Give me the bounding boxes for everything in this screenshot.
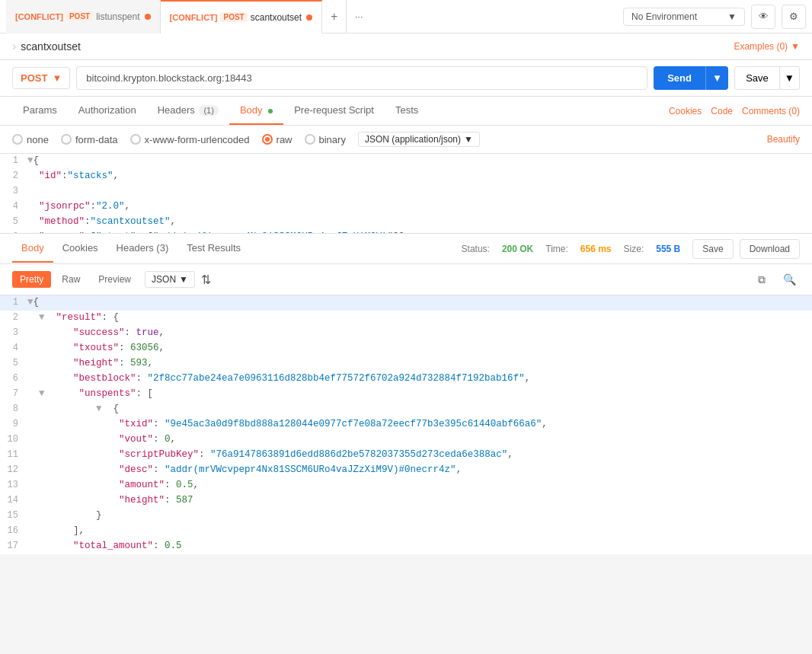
tab-prerequest[interactable]: Pre-request Script — [283, 97, 385, 125]
resp-line: 15 } — [0, 509, 812, 524]
save-arrow-icon: ▼ — [785, 72, 794, 84]
preview-view-button[interactable]: Preview — [91, 271, 139, 288]
sort-icon[interactable]: ⇅ — [201, 273, 211, 287]
eye-icon: 👁 — [759, 11, 769, 22]
method-badge-1: POST — [66, 11, 93, 21]
option-binary[interactable]: binary — [305, 134, 346, 145]
plus-icon: + — [331, 10, 337, 24]
option-form-data[interactable]: form-data — [61, 134, 118, 145]
environment-selector[interactable]: No Environment ▼ — [623, 8, 745, 26]
resp-tab-body[interactable]: Body — [12, 234, 53, 263]
examples-link[interactable]: Examples (0) ▼ — [734, 41, 800, 52]
examples-arrow-icon: ▼ — [791, 41, 800, 52]
tab-dot-2 — [306, 14, 312, 21]
tab-name-2: scantxoutset — [251, 12, 302, 23]
code-link[interactable]: Code — [711, 106, 733, 116]
save-button[interactable]: Save — [734, 66, 780, 90]
conflict-badge-2: [CONFLICT] — [170, 13, 218, 22]
save-button-group: Save ▼ — [734, 66, 800, 90]
tab-name-1: listunspent — [96, 11, 139, 22]
radio-formdata — [61, 134, 72, 145]
settings-button[interactable]: ⚙ — [782, 5, 806, 29]
option-urlencoded[interactable]: x-www-form-urlencoded — [130, 134, 250, 145]
time-label: Time: — [545, 244, 568, 254]
resp-line: 10 "vout": 0, — [0, 432, 812, 448]
pretty-view-button[interactable]: Pretty — [12, 271, 51, 288]
resp-line: 14 "height": 587 — [0, 493, 812, 509]
code-line: 3 — [0, 184, 812, 199]
tab-tests[interactable]: Tests — [385, 97, 429, 125]
tab-params[interactable]: Params — [12, 97, 68, 125]
resp-line: 3 "success": true, — [0, 326, 812, 341]
resp-json-label: JSON — [152, 274, 176, 285]
search-response-button[interactable]: 🔍 — [778, 269, 800, 290]
method-badge-2: POST — [220, 12, 247, 22]
json-format-selector[interactable]: JSON (application/json) ▼ — [358, 132, 480, 147]
resp-line: 4 "txouts": 63056, — [0, 341, 812, 356]
body-dot — [268, 109, 273, 113]
resp-tab-headers[interactable]: Headers (3) — [107, 234, 178, 263]
breadcrumb-title-text: scantxoutset — [21, 40, 81, 53]
raw-view-button[interactable]: Raw — [54, 271, 88, 288]
breadcrumb-bar: › scantxoutset Examples (0) ▼ — [0, 33, 812, 60]
code-line: 2 "id":"stacks", — [0, 169, 812, 184]
resp-line: 9 "txid": "9e45ac3a0d9f8bd888a128044e097… — [0, 417, 812, 432]
tab-listunspent[interactable]: [CONFLICT] POST listunspent — [6, 0, 161, 33]
status-label: Status: — [462, 244, 490, 254]
search-icon: 🔍 — [783, 273, 796, 286]
body-options-bar: none form-data x-www-form-urlencoded raw… — [0, 126, 812, 154]
tab-headers[interactable]: Headers (1) — [147, 97, 229, 125]
response-body-code: 1 ▼{ 2 ▼ "result": { 3 "success": true, … — [0, 295, 812, 554]
save-dropdown-button[interactable]: ▼ — [780, 66, 800, 90]
request-bar: POST ▼ Send ▼ Save ▼ — [0, 60, 812, 97]
send-button[interactable]: Send — [654, 66, 705, 90]
tab-authorization[interactable]: Authorization — [68, 97, 147, 125]
eye-button[interactable]: 👁 — [751, 5, 775, 29]
resp-line: 8 ▼ { — [0, 402, 812, 417]
resp-line: 1 ▼{ — [0, 295, 812, 311]
resp-tab-test-results[interactable]: Test Results — [177, 234, 250, 263]
cookies-link[interactable]: Cookies — [669, 106, 702, 116]
code-line: 4 "jsonrpc":"2.0", — [0, 199, 812, 215]
size-label: Size: — [624, 244, 644, 254]
breadcrumb-arrow: › — [12, 40, 16, 53]
resp-json-format-selector[interactable]: JSON ▼ — [145, 271, 195, 288]
breadcrumb: › scantxoutset — [12, 40, 81, 53]
option-raw[interactable]: raw — [262, 134, 293, 145]
resp-line: 5 "height": 593, — [0, 356, 812, 372]
tab-scantxoutset[interactable]: [CONFLICT] POST scantxoutset — [161, 0, 323, 33]
save-download-buttons: Save Download — [692, 239, 800, 259]
top-bar: [CONFLICT] POST listunspent [CONFLICT] P… — [0, 0, 812, 33]
request-body-editor[interactable]: 1 ▼{ 2 "id":"stacks", 3 4 "jsonrpc":"2.0… — [0, 154, 812, 234]
env-label: No Environment — [631, 11, 697, 22]
json-format-arrow: ▼ — [464, 134, 473, 145]
resp-line: 16 ], — [0, 524, 812, 539]
response-section: Body Cookies Headers (3) Test Results St… — [0, 234, 812, 554]
time-value: 656 ms — [580, 244, 612, 254]
resp-line: 13 "amount": 0.5, — [0, 478, 812, 493]
response-download-button[interactable]: Download — [740, 239, 800, 259]
resp-line: 2 ▼ "result": { — [0, 311, 812, 326]
comments-link[interactable]: Comments (0) — [742, 106, 800, 116]
tab-body[interactable]: Body — [229, 97, 283, 125]
new-tab-button[interactable]: + — [322, 0, 347, 33]
resp-tab-cookies[interactable]: Cookies — [53, 234, 107, 263]
copy-response-button[interactable]: ⧉ — [751, 269, 772, 290]
response-save-button[interactable]: Save — [692, 239, 733, 259]
method-dropdown-icon: ▼ — [52, 72, 62, 84]
send-dropdown-button[interactable]: ▼ — [705, 66, 728, 90]
response-view-bar: Pretty Raw Preview JSON ▼ ⇅ ⧉ 🔍 — [0, 264, 812, 295]
more-icon: ··· — [355, 11, 363, 22]
gear-icon: ⚙ — [789, 11, 798, 22]
method-dropdown[interactable]: POST ▼ — [12, 67, 70, 89]
beautify-button[interactable]: Beautify — [767, 134, 800, 145]
copy-icon: ⧉ — [758, 273, 766, 286]
more-tabs-button[interactable]: ··· — [347, 0, 371, 33]
tab-dot-1 — [145, 14, 151, 20]
option-none[interactable]: none — [12, 134, 49, 145]
url-input[interactable] — [76, 66, 647, 90]
radio-binary — [305, 134, 315, 145]
examples-label: Examples (0) — [734, 41, 788, 52]
conflict-badge-1: [CONFLICT] — [15, 12, 63, 21]
resp-line: 12 "desc": "addr(mrVWcvpepr4Nx81SSCM6URo… — [0, 463, 812, 478]
